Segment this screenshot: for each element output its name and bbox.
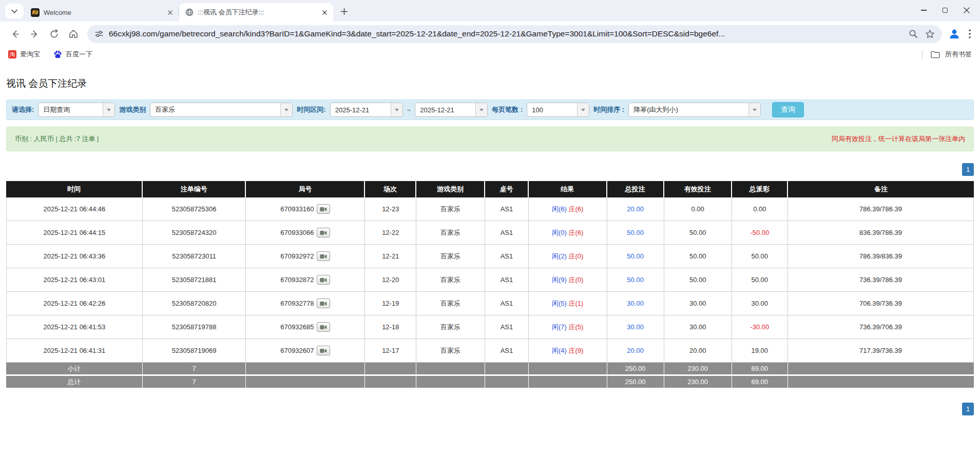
bookmark-star-icon[interactable] [925, 29, 935, 39]
table-cell: AS1 [485, 339, 529, 363]
bet-id-cell: 523058725306 [143, 197, 246, 221]
minimize-icon [921, 10, 927, 11]
round-cell: 670933066 [246, 221, 365, 245]
page-1-button[interactable]: 1 [962, 163, 974, 176]
sort-label: 时间排序 : [593, 105, 624, 114]
table-body: 2025-12-21 06:44:46523058725306670933160… [6, 197, 974, 363]
video-replay-icon[interactable] [317, 322, 330, 332]
toolbar-right [946, 28, 975, 40]
welcome-favicon-icon [31, 8, 40, 17]
note-cell: 786.39/836.39 [788, 245, 974, 268]
search-button[interactable]: 查询 [772, 102, 804, 117]
valid-bet-cell: 50.00 [664, 245, 732, 268]
date-start-select[interactable]: 2025-12-21 [330, 103, 403, 117]
table-cell: AS1 [485, 221, 529, 245]
back-arrow-icon [10, 29, 20, 39]
pagination-bottom: 1 [6, 403, 974, 415]
valid-bet-cell: 50.00 [664, 268, 732, 292]
back-button[interactable] [5, 24, 25, 44]
total-bet-cell: 250.00 [607, 376, 664, 389]
result-cell: 闲(7) 庄(5) [529, 315, 607, 339]
column-header: 注单编号 [143, 181, 246, 197]
home-button[interactable] [64, 24, 83, 44]
total-bet-cell[interactable]: 30.00 [607, 315, 664, 339]
result-banker: 庄(6) [568, 205, 583, 213]
table-row: 2025-12-21 06:42:26523058720820670932778… [6, 292, 974, 315]
menu-dots-icon[interactable] [969, 29, 971, 38]
url-text[interactable]: 66cxkj98.com/game/betrecord_search/kind3… [109, 29, 904, 38]
all-bookmarks[interactable]: 所有书签 [922, 50, 972, 59]
dropdown-arrow-icon[interactable] [748, 103, 760, 116]
minimize-button[interactable] [915, 3, 932, 18]
video-replay-icon[interactable] [317, 251, 330, 261]
dropdown-arrow-icon[interactable] [103, 103, 114, 116]
video-replay-icon[interactable] [317, 228, 330, 237]
round-id: 670932872 [280, 276, 314, 284]
game-type-select[interactable]: 百家乐 [150, 103, 293, 117]
video-replay-icon[interactable] [317, 275, 330, 285]
video-replay-icon[interactable] [317, 346, 330, 355]
result-cell: 闲(5) 庄(1) [529, 292, 607, 315]
date-start-value: 2025-12-21 [331, 103, 391, 116]
sort-select[interactable]: 降幂(由大到小) [628, 103, 761, 117]
bookmarks-divider [922, 50, 923, 59]
valid-bet-cell: 230.00 [664, 376, 732, 389]
query-type-select[interactable]: 日期查询 [38, 103, 115, 117]
column-header: 游戏类别 [416, 181, 485, 197]
round-cell: 670932972 [246, 245, 365, 268]
total-bet-cell[interactable]: 50.00 [607, 221, 664, 245]
forward-button[interactable] [25, 24, 44, 44]
page-1-button[interactable]: 1 [962, 403, 974, 415]
result-banker: 庄(0) [568, 252, 583, 260]
page-title: 视讯 会员下注纪录 [6, 77, 974, 90]
note-cell [788, 376, 974, 389]
maximize-button[interactable] [937, 3, 953, 18]
tab-search-button[interactable] [5, 4, 24, 18]
bet-id-cell: 7 [143, 363, 246, 376]
zoom-icon[interactable] [909, 29, 918, 38]
note-cell: 786.39/786.39 [788, 197, 974, 221]
date-range-label: 时间区间: [297, 105, 325, 114]
bookmark-baidu[interactable]: 百度一下 [53, 50, 92, 59]
payout-cell: 19.00 [732, 339, 788, 363]
session-cell: 12-23 [365, 197, 416, 221]
profile-avatar[interactable] [948, 28, 960, 40]
payout-cell: -50.00 [732, 221, 788, 245]
payout-cell: -30.00 [732, 315, 788, 339]
video-replay-icon[interactable] [317, 298, 330, 308]
valid-bet-cell: 50.00 [664, 221, 732, 245]
dropdown-arrow-icon[interactable] [391, 103, 402, 116]
tab-close-icon[interactable] [165, 8, 175, 17]
dropdown-arrow-icon[interactable] [577, 103, 589, 116]
round-cell [246, 376, 365, 389]
total-bet-cell[interactable]: 20.00 [607, 197, 664, 221]
dropdown-arrow-icon[interactable] [280, 103, 292, 116]
total-bet-cell[interactable]: 50.00 [607, 245, 664, 268]
result-banker: 庄(5) [568, 323, 583, 331]
folder-icon [931, 51, 940, 58]
time-cell: 2025-12-21 06:41:31 [6, 339, 143, 363]
date-end-select[interactable]: 2025-12-21 [415, 103, 488, 117]
tab-betrecord[interactable]: :::视讯 会员下注纪录::: [179, 3, 333, 22]
tab-welcome[interactable]: Welcome [25, 3, 179, 22]
close-button[interactable] [958, 3, 975, 18]
payout-cell: 50.00 [732, 268, 788, 292]
new-tab-button[interactable] [336, 4, 352, 19]
total-bet-cell[interactable]: 20.00 [607, 339, 664, 363]
total-bet-cell[interactable]: 50.00 [607, 268, 664, 292]
all-bookmarks-label: 所有书签 [945, 50, 972, 59]
total-bet-cell[interactable]: 30.00 [607, 292, 664, 315]
bookmark-aitaobao[interactable]: 淘 爱淘宝 [8, 50, 40, 59]
tab-close-icon[interactable] [320, 8, 329, 17]
video-replay-icon[interactable] [317, 204, 330, 214]
game-type-value: 百家乐 [150, 103, 280, 116]
date-end-value: 2025-12-21 [415, 103, 475, 116]
address-bar[interactable]: 66cxkj98.com/game/betrecord_search/kind3… [87, 25, 942, 43]
dropdown-arrow-icon[interactable] [475, 103, 487, 116]
reload-button[interactable] [44, 24, 64, 44]
table-footer: 小计7250.00230.0069.00总计7250.00230.0069.00 [6, 363, 974, 389]
page-size-select[interactable]: 100 [527, 103, 589, 117]
result-cell: 闲(6) 庄(6) [529, 197, 607, 221]
taobao-icon: 淘 [8, 50, 16, 58]
table-cell: AS1 [485, 292, 529, 315]
